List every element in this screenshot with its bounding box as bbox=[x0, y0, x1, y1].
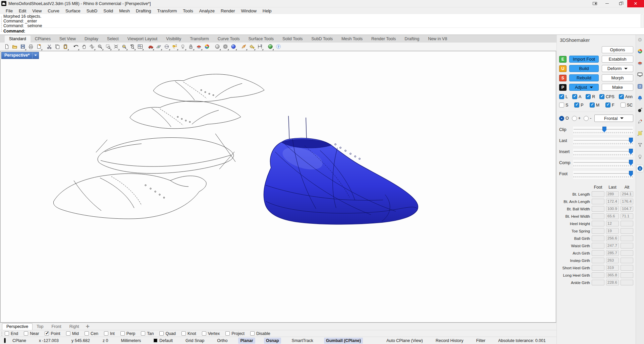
osnap-toggle[interactable]: Quad bbox=[159, 331, 176, 336]
last-value-field[interactable]: 319 bbox=[606, 265, 619, 271]
last-value-field[interactable]: 100.9 bbox=[606, 206, 619, 212]
color-wheel-icon[interactable] bbox=[636, 48, 644, 55]
osnap-toggle[interactable]: Disable bbox=[250, 331, 270, 336]
toolbar-tab[interactable]: Viewport Layout bbox=[123, 36, 162, 43]
status-item[interactable] bbox=[372, 340, 376, 341]
named-views-icon[interactable] bbox=[147, 43, 154, 51]
options-button[interactable]: Options bbox=[602, 46, 633, 53]
menu-item[interactable]: Help bbox=[260, 8, 275, 14]
menu-item[interactable]: Edit bbox=[16, 8, 29, 14]
alt-value-field[interactable]: 104.7 bbox=[621, 206, 633, 212]
last-value-field[interactable]: 256.6 bbox=[606, 235, 619, 241]
toolbar-tab[interactable]: SubD Tools bbox=[307, 36, 337, 43]
rotate-view-icon[interactable] bbox=[88, 43, 96, 51]
menu-item[interactable]: File bbox=[3, 8, 16, 14]
view-dropdown[interactable]: Frontal bbox=[594, 115, 633, 122]
osnap-toggle[interactable]: Mid bbox=[66, 331, 79, 336]
status-item[interactable]: z 0 bbox=[101, 338, 110, 344]
osnap-toggle[interactable]: Int bbox=[104, 331, 115, 336]
alt-value-field[interactable]: 71.1 bbox=[621, 213, 633, 219]
osnap-checkbox[interactable] bbox=[141, 331, 145, 336]
foot-value-field[interactable] bbox=[592, 258, 604, 263]
toolbar-tab[interactable]: Surface Tools bbox=[244, 36, 278, 43]
named-cplanes-icon[interactable] bbox=[163, 43, 170, 51]
osnap-checkbox[interactable] bbox=[85, 331, 89, 336]
viewport-tab[interactable]: Front bbox=[47, 324, 65, 330]
menu-item[interactable]: Analyze bbox=[196, 8, 218, 14]
layer-toggle[interactable]: S bbox=[559, 102, 568, 108]
slider-thumb[interactable] bbox=[629, 138, 633, 143]
toolbar-tab[interactable]: Render Tools bbox=[367, 36, 400, 43]
status-item[interactable]: Record History bbox=[434, 338, 466, 344]
help-icon[interactable]: ? bbox=[274, 43, 282, 51]
info-icon[interactable]: i bbox=[636, 165, 644, 172]
checkbox[interactable] bbox=[574, 102, 579, 108]
display-icon[interactable] bbox=[636, 71, 644, 78]
layer-toggle[interactable]: M bbox=[590, 102, 599, 108]
toolbar-tab[interactable]: Standard bbox=[5, 36, 31, 43]
layer-toggle[interactable]: R bbox=[586, 94, 595, 99]
status-item[interactable]: x -127.003 bbox=[37, 338, 61, 344]
copy-icon[interactable] bbox=[53, 43, 61, 51]
zoom-dynamic-icon[interactable] bbox=[96, 43, 104, 51]
print-icon[interactable] bbox=[27, 43, 35, 51]
command-scrollbar[interactable] bbox=[641, 14, 644, 28]
status-item[interactable]: Filter bbox=[474, 338, 487, 344]
slider-track[interactable] bbox=[573, 149, 633, 157]
checkbox[interactable] bbox=[619, 94, 624, 99]
checkbox[interactable] bbox=[586, 94, 591, 99]
rendered-viewport-icon[interactable] bbox=[229, 43, 237, 51]
last-value-field[interactable]: 263 bbox=[606, 258, 619, 263]
checkbox[interactable] bbox=[590, 102, 595, 108]
foot-value-field[interactable] bbox=[592, 235, 604, 241]
hide-objects-icon[interactable] bbox=[179, 43, 186, 51]
checkbox[interactable] bbox=[559, 94, 564, 99]
viewport-layout-icon[interactable] bbox=[136, 43, 144, 51]
status-item[interactable]: Grid Snap bbox=[183, 338, 206, 344]
open-file-icon[interactable] bbox=[11, 43, 18, 51]
osnap-checkbox[interactable] bbox=[181, 331, 186, 336]
foot-value-field[interactable] bbox=[592, 213, 604, 219]
slider-thumb[interactable] bbox=[629, 171, 633, 177]
slider-track[interactable] bbox=[573, 160, 633, 168]
slider-thumb[interactable] bbox=[602, 127, 606, 132]
osnap-checkbox[interactable] bbox=[250, 331, 255, 336]
viewport-tab[interactable]: Perspective bbox=[2, 323, 33, 330]
last-value-field[interactable]: 12 bbox=[606, 221, 619, 226]
last-value-field[interactable]: 65.6 bbox=[606, 213, 619, 219]
foot-value-field[interactable] bbox=[592, 265, 604, 271]
panel-gear-icon[interactable]: ⚙ bbox=[636, 36, 644, 43]
wireframe-viewport-icon[interactable] bbox=[221, 43, 229, 51]
secondary-action-button[interactable]: Morph bbox=[602, 74, 633, 81]
checklist-icon[interactable] bbox=[636, 130, 644, 137]
osnap-toggle[interactable]: Near bbox=[24, 331, 39, 336]
layers-icon[interactable] bbox=[636, 59, 644, 67]
osnap-checkbox[interactable] bbox=[5, 331, 9, 336]
alt-value-field[interactable] bbox=[621, 258, 633, 263]
slider-track[interactable] bbox=[573, 138, 633, 146]
checkbox[interactable] bbox=[572, 94, 577, 99]
alt-value-field[interactable]: 176.4 bbox=[621, 199, 633, 204]
menu-item[interactable]: Solid bbox=[100, 8, 116, 14]
document-properties-icon[interactable] bbox=[248, 43, 256, 51]
foot-value-field[interactable] bbox=[592, 228, 604, 234]
menu-item[interactable]: Mesh bbox=[116, 8, 133, 14]
status-item[interactable]: Default bbox=[152, 338, 175, 344]
alt-value-field[interactable] bbox=[621, 235, 633, 241]
mode-badge[interactable]: S bbox=[559, 75, 567, 81]
pan-view-icon[interactable] bbox=[80, 43, 88, 51]
notifications-bell-icon[interactable] bbox=[636, 94, 644, 102]
menu-item[interactable]: Surface bbox=[62, 8, 84, 14]
layer-toggle[interactable]: F bbox=[605, 102, 614, 108]
alt-value-field[interactable] bbox=[621, 221, 633, 226]
status-item[interactable]: Auto CPlane (View) bbox=[384, 338, 425, 344]
dimension-icon[interactable] bbox=[256, 43, 264, 51]
toolbar-tab[interactable]: Mesh Tools bbox=[337, 36, 367, 43]
view-mode-radio[interactable]: - bbox=[584, 116, 591, 121]
edit-properties-icon[interactable] bbox=[35, 43, 43, 51]
zoom-window-icon[interactable] bbox=[104, 43, 112, 51]
viewport-title-chip[interactable]: Perspective* bbox=[1, 52, 39, 59]
alt-value-field[interactable] bbox=[621, 243, 633, 249]
secondary-action-button[interactable]: Deform bbox=[602, 65, 633, 72]
restore-button[interactable] bbox=[614, 0, 627, 7]
